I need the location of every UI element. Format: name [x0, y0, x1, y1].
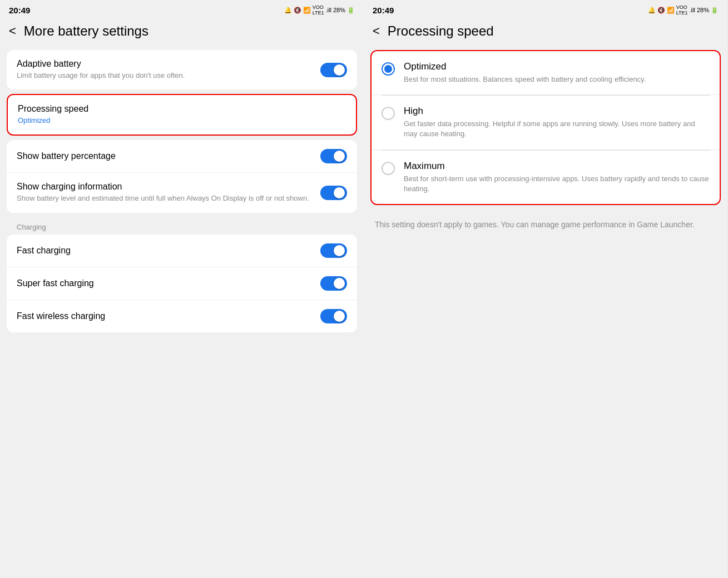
processing-speed-highlighted[interactable]: Processing speed Optimized: [7, 94, 357, 136]
left-top-bar: < More battery settings: [0, 18, 364, 46]
left-panel: 20:49 🔔 🔇 📶 VOOLTE1 .ill 28% 🔋 < More ba…: [0, 0, 364, 578]
charging-card: Fast charging Super fast charging Fast w…: [7, 235, 357, 332]
right-status-icons: 🔔 🔇 📶 VOOLTE1 .ill 28% 🔋: [648, 4, 719, 16]
adaptive-battery-card: Adaptive battery Limit battery usage for…: [7, 50, 357, 89]
maximum-text: Maximum Best for short-term use with pro…: [404, 161, 710, 194]
processing-speed-text: Processing speed Optimized: [18, 104, 346, 126]
super-fast-charging-label: Super fast charging: [17, 278, 320, 288]
footer-note: This setting doesn't apply to games. You…: [364, 210, 727, 240]
fast-wireless-charging-label: Fast wireless charging: [17, 311, 320, 321]
optimized-label: Optimized: [404, 61, 646, 72]
fast-charging-label: Fast charging: [17, 246, 320, 256]
adaptive-battery-toggle[interactable]: [320, 63, 347, 77]
fast-charging-item[interactable]: Fast charging: [7, 235, 357, 267]
right-panel: 20:49 🔔 🔇 📶 VOOLTE1 .ill 28% 🔋 < Process…: [364, 0, 727, 578]
left-status-icons: 🔔 🔇 📶 VOOLTE1 .ill 28% 🔋: [284, 4, 355, 16]
right-top-bar: < Processing speed: [364, 18, 727, 46]
super-fast-charging-item[interactable]: Super fast charging: [7, 267, 357, 300]
right-status-bar: 20:49 🔔 🔇 📶 VOOLTE1 .ill 28% 🔋: [364, 0, 727, 18]
high-description: Get faster data processing. Helpful if s…: [404, 119, 710, 139]
high-label: High: [404, 106, 710, 117]
left-page-title: More battery settings: [24, 23, 148, 39]
fast-charging-toggle[interactable]: [320, 243, 347, 258]
maximum-label: Maximum: [404, 161, 710, 172]
show-charging-info-toggle[interactable]: [320, 186, 347, 200]
optimized-option[interactable]: Optimized Best for most situations. Bala…: [372, 51, 720, 95]
maximum-description: Best for short-term use with processing-…: [404, 174, 710, 194]
processing-speed-value: Optimized: [18, 116, 346, 126]
show-charging-info-text: Show charging information Show battery l…: [17, 182, 320, 203]
maximum-radio[interactable]: [382, 162, 395, 175]
display-settings-card: Show battery percentage Show charging in…: [7, 140, 357, 212]
left-back-button[interactable]: <: [9, 24, 16, 38]
left-status-bar: 20:49 🔔 🔇 📶 VOOLTE1 .ill 28% 🔋: [0, 0, 364, 18]
adaptive-battery-text: Adaptive battery Limit battery usage for…: [17, 59, 320, 81]
optimized-radio[interactable]: [382, 62, 395, 76]
show-battery-percentage-item[interactable]: Show battery percentage: [7, 140, 357, 173]
left-content-area: Adaptive battery Limit battery usage for…: [0, 46, 364, 578]
right-back-button[interactable]: <: [373, 24, 380, 38]
show-battery-percentage-text: Show battery percentage: [17, 151, 320, 161]
processing-speed-label: Processing speed: [18, 104, 346, 114]
right-status-time: 20:49: [373, 6, 394, 15]
adaptive-battery-sublabel: Limit battery usage for apps that you do…: [17, 71, 320, 81]
high-radio[interactable]: [382, 107, 395, 120]
optimized-text: Optimized Best for most situations. Bala…: [404, 61, 646, 84]
left-status-time: 20:49: [9, 6, 30, 15]
charging-section-label: Charging: [7, 217, 357, 235]
right-page-title: Processing speed: [388, 23, 494, 39]
optimized-description: Best for most situations. Balances speed…: [404, 74, 646, 84]
high-option[interactable]: High Get faster data processing. Helpful…: [372, 96, 720, 150]
maximum-option[interactable]: Maximum Best for short-term use with pro…: [372, 151, 720, 204]
adaptive-battery-item[interactable]: Adaptive battery Limit battery usage for…: [7, 50, 357, 89]
fast-charging-text: Fast charging: [17, 246, 320, 256]
show-battery-percentage-label: Show battery percentage: [17, 151, 320, 161]
adaptive-battery-label: Adaptive battery: [17, 59, 320, 69]
show-charging-info-label: Show charging information: [17, 182, 320, 192]
fast-wireless-charging-item[interactable]: Fast wireless charging: [7, 300, 357, 332]
super-fast-charging-toggle[interactable]: [320, 276, 347, 291]
fast-wireless-charging-toggle[interactable]: [320, 309, 347, 323]
fast-wireless-charging-text: Fast wireless charging: [17, 311, 320, 321]
super-fast-charging-text: Super fast charging: [17, 278, 320, 288]
high-text: High Get faster data processing. Helpful…: [404, 106, 710, 139]
processing-speed-item[interactable]: Processing speed Optimized: [8, 95, 356, 134]
show-charging-info-item[interactable]: Show charging information Show battery l…: [7, 173, 357, 212]
show-charging-info-sublabel: Show battery level and estimated time un…: [17, 193, 320, 203]
show-battery-percentage-toggle[interactable]: [320, 149, 347, 163]
processing-speed-options-card: Optimized Best for most situations. Bala…: [370, 50, 721, 205]
